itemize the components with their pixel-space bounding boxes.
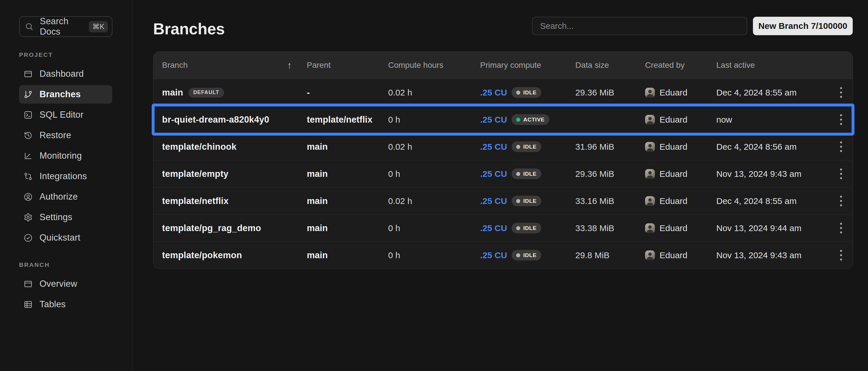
sidebar-item-label: Settings xyxy=(39,212,72,222)
sidebar-item-label: Overview xyxy=(39,279,77,289)
compute-size-link[interactable]: .25 CU xyxy=(480,196,507,206)
table-row[interactable]: template/chinookmain0.02 h.25 CUIDLE31.9… xyxy=(153,133,853,160)
status-label: IDLE xyxy=(523,225,536,231)
sidebar-sections: PROJECTDashboardBranchesSQL EditorRestor… xyxy=(19,51,112,314)
creator-name: Eduard xyxy=(659,223,687,233)
row-menu-kebab-icon[interactable] xyxy=(833,166,848,182)
compute-size-link[interactable]: .25 CU xyxy=(480,223,507,233)
docs-search-button[interactable]: Search Docs ⌘K xyxy=(19,16,113,37)
sidebar-item-restore[interactable]: Restore xyxy=(19,126,112,145)
sidebar-item-overview[interactable]: Overview xyxy=(19,275,112,293)
table-row[interactable]: template/netflixmain0.02 h.25 CUIDLE33.1… xyxy=(153,187,853,214)
sidebar-item-integrations[interactable]: Integrations xyxy=(19,167,112,185)
branch-name: template/chinook xyxy=(162,142,237,152)
dashboard-icon xyxy=(24,69,33,79)
primary-compute-cell: .25 CUIDLE xyxy=(480,250,575,260)
row-menu-kebab-icon[interactable] xyxy=(833,85,848,100)
row-menu-kebab-icon[interactable] xyxy=(833,140,848,154)
status-dot-icon xyxy=(516,145,520,149)
column-header-branch[interactable]: Branch ↑ xyxy=(162,60,307,71)
compute-size-link[interactable]: .25 CU xyxy=(480,88,507,97)
status-badge: IDLE xyxy=(512,87,541,98)
branch-cell: br-quiet-dream-a820k4y0 xyxy=(162,115,307,125)
user-avatar xyxy=(645,115,655,125)
status-label: IDLE xyxy=(523,198,536,204)
last-active-cell: Dec 4, 2024 8:55 am xyxy=(716,196,825,206)
compute-size-link[interactable]: .25 CU xyxy=(480,169,507,179)
branch-name: template/pokemon xyxy=(162,250,242,260)
sidebar-item-dashboard[interactable]: Dashboard xyxy=(19,65,112,83)
column-header-compute-hours[interactable]: Compute hours xyxy=(388,61,480,70)
sidebar-item-authorize[interactable]: Authorize xyxy=(19,187,112,206)
sidebar-item-label: SQL Editor xyxy=(39,110,83,120)
column-header-last-active[interactable]: Last active xyxy=(716,61,825,70)
row-menu-kebab-icon[interactable] xyxy=(833,193,848,209)
branch-cell: template/empty xyxy=(162,169,307,179)
branches-icon xyxy=(24,90,33,99)
status-dot-icon xyxy=(516,118,520,122)
created-by-cell: Eduard xyxy=(645,223,716,233)
primary-compute-cell: .25 CUIDLE xyxy=(480,223,575,234)
column-header-primary-compute[interactable]: Primary compute xyxy=(480,61,575,70)
sidebar-item-monitoring[interactable]: Monitoring xyxy=(19,147,112,165)
row-menu-kebab-icon[interactable] xyxy=(833,112,848,127)
actions-cell xyxy=(825,221,853,236)
nav-section-label-project: PROJECT xyxy=(19,51,112,58)
nav-list-branch: OverviewTables xyxy=(19,275,112,314)
status-badge: IDLE xyxy=(512,250,541,260)
integrations-icon xyxy=(24,172,33,181)
table-row[interactable]: template/pg_rag_demomain0 h.25 CUIDLE33.… xyxy=(153,214,853,242)
compute-size-link[interactable]: .25 CU xyxy=(480,250,507,260)
quickstart-icon xyxy=(24,234,33,242)
status-label: IDLE xyxy=(523,171,536,177)
default-badge: DEFAULT xyxy=(188,88,224,97)
parent-cell: - xyxy=(307,87,388,98)
branch-cell: template/pg_rag_demo xyxy=(162,223,307,234)
branch-name: template/netflix xyxy=(162,196,229,206)
column-header-created-by[interactable]: Created by xyxy=(645,61,716,70)
column-header-parent[interactable]: Parent xyxy=(307,61,388,70)
branch-cell: template/chinook xyxy=(162,142,307,152)
sidebar-item-branches[interactable]: Branches xyxy=(19,85,112,103)
authorize-icon xyxy=(24,192,33,202)
table-row[interactable]: template/emptymain0 h.25 CUIDLE29.36 MiB… xyxy=(153,160,853,187)
compute-size-link[interactable]: .25 CU xyxy=(480,115,507,125)
main-content: Branches New Branch 7/100000 Branch ↑ Pa… xyxy=(133,0,868,371)
sidebar-item-label: Dashboard xyxy=(39,69,84,79)
status-dot-icon xyxy=(516,172,520,176)
actions-cell xyxy=(825,193,853,209)
sidebar-item-settings[interactable]: Settings xyxy=(19,208,112,226)
branches-table: Branch ↑ Parent Compute hours Primary co… xyxy=(153,51,853,269)
creator-name: Eduard xyxy=(659,196,687,206)
nav-section-label-branch: BRANCH xyxy=(19,261,112,268)
table-row[interactable]: mainDEFAULT-0.02 h.25 CUIDLE29.36 MiBEdu… xyxy=(153,79,853,106)
branch-cell: template/pokemon xyxy=(162,250,307,260)
table-row[interactable]: template/pokemonmain0 h.25 CUIDLE29.8 Mi… xyxy=(153,242,853,269)
row-menu-kebab-icon[interactable] xyxy=(833,248,848,263)
actions-cell xyxy=(825,85,853,100)
sidebar-item-sql-editor[interactable]: SQL Editor xyxy=(19,105,112,124)
branch-name: template/pg_rag_demo xyxy=(162,223,261,234)
user-avatar xyxy=(645,169,655,179)
actions-cell xyxy=(825,140,853,154)
compute-size-link[interactable]: .25 CU xyxy=(480,142,507,152)
parent-cell: main xyxy=(307,223,388,234)
data-size-cell: 33.16 MiB xyxy=(575,196,645,206)
branch-name: template/empty xyxy=(162,169,228,179)
last-active-cell: Nov 13, 2024 9:44 am xyxy=(716,223,825,233)
sidebar-item-label: Quickstart xyxy=(39,233,81,243)
search-icon xyxy=(25,22,33,31)
sidebar-item-label: Restore xyxy=(39,130,71,141)
new-branch-button[interactable]: New Branch 7/100000 xyxy=(753,17,853,35)
sidebar-item-tables[interactable]: Tables xyxy=(19,295,112,314)
data-size-cell: 31.96 MiB xyxy=(575,142,645,152)
user-avatar xyxy=(645,88,655,97)
row-menu-kebab-icon[interactable] xyxy=(833,221,848,236)
docs-search-label: Search Docs xyxy=(40,16,89,37)
branches-search-input[interactable] xyxy=(532,17,747,35)
sidebar-item-label: Branches xyxy=(39,89,81,99)
table-row[interactable]: br-quiet-dream-a820k4y0template/netflix0… xyxy=(153,106,853,133)
column-header-data-size[interactable]: Data size xyxy=(575,61,645,70)
primary-compute-cell: .25 CUIDLE xyxy=(480,168,575,179)
sidebar-item-quickstart[interactable]: Quickstart xyxy=(19,228,112,247)
